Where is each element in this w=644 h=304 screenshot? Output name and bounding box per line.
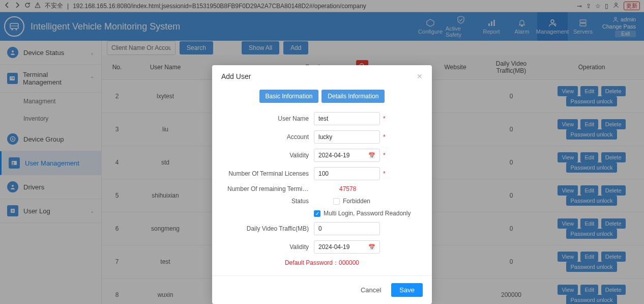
add-user-modal: Add User ✕ Basic Information Details Inf… (212, 65, 432, 304)
calendar-icon: 📅 (368, 244, 375, 251)
tab-basic-info[interactable]: Basic Information (259, 90, 319, 103)
input-traffic[interactable] (314, 222, 380, 235)
input-user-name[interactable] (314, 112, 380, 125)
cancel-button[interactable]: Cancel (356, 283, 386, 297)
checkbox-forbidden-label: Forbidden (343, 198, 370, 205)
input-validity[interactable]: 📅 (314, 149, 380, 162)
close-icon[interactable]: ✕ (417, 72, 423, 80)
label-user-name: User Name (227, 115, 314, 122)
label-validity2: Validity (227, 243, 314, 251)
input-licenses[interactable] (314, 167, 380, 180)
label-licenses: Number Of Terminal Licenses (227, 170, 314, 177)
checkbox-multi-login-label: Multi Login, Password Readonly (324, 210, 411, 217)
input-validity2[interactable]: 📅 (314, 240, 380, 254)
checkbox-multi-login[interactable]: ✓ (314, 210, 320, 217)
label-validity: Validity (227, 152, 314, 159)
value-remaining: 47578 (314, 185, 356, 192)
input-account[interactable] (314, 130, 380, 144)
default-password-text: Default Password：000000 (227, 259, 417, 267)
checkbox-forbidden[interactable] (333, 198, 340, 205)
label-remaining: Number Of remaining Terminal Licen… (227, 185, 314, 192)
calendar-icon: 📅 (368, 152, 375, 159)
save-button[interactable]: Save (391, 283, 423, 297)
tab-details-info[interactable]: Details Information (321, 90, 385, 103)
modal-title: Add User (221, 72, 251, 80)
label-traffic: Daily Video Traffic(MB) (227, 225, 314, 232)
label-account: Account (227, 133, 314, 141)
modal-overlay: Add User ✕ Basic Information Details Inf… (0, 0, 644, 304)
label-status: Status (227, 198, 314, 205)
